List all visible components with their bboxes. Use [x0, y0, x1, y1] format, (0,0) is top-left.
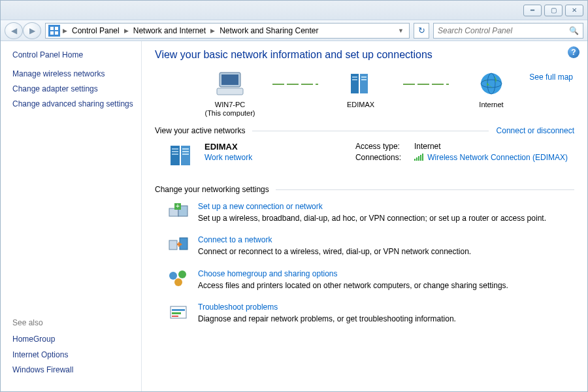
svg-rect-2 — [50, 31, 54, 35]
svg-rect-18 — [172, 148, 178, 150]
search-icon[interactable]: 🔍 — [569, 26, 579, 35]
setting-item-troubleshoot: Troubleshoot problems Diagnose and repai… — [155, 302, 574, 324]
router-icon — [345, 70, 376, 97]
setting-item-homegroup: Choose homegroup and sharing options Acc… — [155, 269, 574, 291]
svg-rect-21 — [182, 148, 189, 150]
svg-rect-0 — [50, 27, 54, 30]
svg-rect-19 — [172, 151, 178, 152]
map-node-internet: Internet — [449, 70, 534, 117]
setup-connection-icon: + — [168, 202, 189, 220]
signal-strength-icon — [414, 154, 423, 161]
connect-network-icon — [168, 235, 189, 253]
setting-description: Diagnose and repair network problems, or… — [198, 314, 456, 324]
sidebar-link-homegroup[interactable]: HomeGroup — [12, 334, 135, 344]
setting-title-link[interactable]: Choose homegroup and sharing options — [198, 269, 508, 278]
svg-rect-11 — [361, 76, 367, 78]
globe-icon — [476, 70, 507, 97]
svg-rect-6 — [217, 88, 243, 95]
sidebar-home[interactable]: Control Panel Home — [12, 50, 135, 59]
back-button[interactable]: ◀ — [5, 22, 23, 39]
homegroup-icon — [168, 269, 189, 287]
map-router-name: EDIMAX — [318, 100, 403, 109]
breadcrumb-item[interactable]: Network and Internet — [131, 26, 208, 35]
change-settings-label: Change your networking settings — [155, 185, 269, 194]
svg-rect-20 — [172, 154, 178, 155]
map-pc-sub: (This computer) — [188, 109, 272, 117]
svg-rect-10 — [352, 79, 357, 80]
maximize-button[interactable]: ▢ — [544, 5, 563, 16]
map-connection-line — [272, 84, 318, 85]
address-dropdown-icon[interactable]: ▼ — [395, 27, 406, 34]
chevron-right-icon: ▶ — [209, 27, 216, 34]
setting-title-link[interactable]: Connect to a network — [198, 235, 471, 244]
sidebar-link-wireless[interactable]: Manage wireless networks — [12, 69, 135, 79]
chevron-right-icon: ▶ — [61, 27, 69, 34]
map-node-pc: WIN7-PC (This computer) — [188, 70, 272, 117]
see-also-label: See also — [12, 318, 135, 327]
svg-rect-23 — [182, 154, 189, 155]
help-icon[interactable]: ? — [568, 46, 580, 58]
network-name: EDIMAX — [204, 142, 252, 152]
svg-text:+: + — [176, 203, 180, 210]
page-heading: View your basic network information and … — [155, 49, 574, 61]
access-type-label: Access type: — [355, 142, 414, 151]
refresh-button[interactable]: ↻ — [414, 23, 429, 39]
setting-item-connect: Connect to a network Connect or reconnec… — [155, 235, 574, 257]
sidebar-link-internet-options[interactable]: Internet Options — [12, 350, 135, 360]
connection-link[interactable]: Wireless Network Connection (EDIMAX) — [427, 153, 568, 162]
network-type-link[interactable]: Work network — [204, 153, 252, 162]
svg-rect-37 — [172, 316, 178, 317]
setting-title-link[interactable]: Troubleshoot problems — [198, 302, 456, 312]
minimize-button[interactable]: ━ — [523, 5, 542, 16]
network-map: WIN7-PC (This computer) EDIMAX Internet — [155, 70, 574, 117]
sidebar: Control Panel Home Manage wireless netwo… — [1, 41, 141, 392]
sidebar-link-firewall[interactable]: Windows Firewall — [12, 365, 135, 375]
chevron-right-icon: ▶ — [123, 27, 130, 34]
svg-point-31 — [169, 272, 177, 280]
svg-rect-36 — [172, 312, 181, 314]
active-networks-label: View your active networks — [155, 126, 246, 135]
breadcrumb-item[interactable]: Control Panel — [70, 26, 122, 35]
toolbar: ◀ ▶ ▶ Control Panel ▶ Network and Intern… — [1, 20, 587, 41]
sidebar-link-advanced[interactable]: Change advanced sharing settings — [12, 99, 135, 109]
search-box[interactable]: 🔍 — [433, 23, 583, 39]
connect-disconnect-link[interactable]: Connect or disconnect — [497, 126, 574, 135]
svg-point-13 — [481, 73, 502, 94]
svg-rect-5 — [221, 74, 238, 85]
svg-rect-1 — [55, 27, 58, 30]
address-bar[interactable]: ▶ Control Panel ▶ Network and Internet ▶… — [45, 23, 410, 39]
forward-button[interactable]: ▶ — [23, 22, 41, 39]
setting-item-setup: + Set up a new connection or network Set… — [155, 202, 574, 223]
main-content: ? View your basic network information an… — [141, 41, 587, 392]
setting-description: Connect or reconnect to a wireless, wire… — [198, 246, 471, 257]
control-panel-icon — [48, 25, 60, 37]
svg-point-33 — [174, 278, 182, 286]
connections-label: Connections: — [355, 153, 414, 162]
troubleshoot-icon — [168, 302, 189, 321]
map-node-router: EDIMAX — [318, 70, 403, 117]
svg-rect-12 — [361, 79, 367, 80]
map-internet-label: Internet — [449, 100, 534, 109]
map-pc-name: WIN7-PC — [188, 100, 272, 109]
breadcrumb-item[interactable]: Network and Sharing Center — [218, 26, 320, 35]
active-network: EDIMAX Work network Access type: Interne… — [155, 142, 574, 169]
svg-rect-22 — [182, 151, 189, 152]
access-type-value: Internet — [414, 142, 441, 151]
titlebar: ━ ▢ ✕ — [1, 1, 587, 20]
sidebar-link-adapter[interactable]: Change adapter settings — [12, 84, 135, 94]
computer-icon — [214, 70, 246, 97]
svg-point-32 — [178, 270, 186, 278]
map-connection-line — [403, 84, 449, 85]
setting-title-link[interactable]: Set up a new connection or network — [198, 202, 546, 211]
close-button[interactable]: ✕ — [565, 5, 583, 16]
svg-rect-35 — [172, 309, 185, 311]
setting-description: Set up a wireless, broadband, dial-up, a… — [198, 213, 546, 223]
svg-rect-3 — [55, 31, 58, 35]
network-icon — [168, 142, 195, 169]
search-input[interactable] — [438, 26, 569, 35]
svg-rect-9 — [352, 76, 357, 78]
setting-description: Access files and printers located on oth… — [198, 280, 508, 291]
svg-rect-28 — [169, 240, 177, 250]
